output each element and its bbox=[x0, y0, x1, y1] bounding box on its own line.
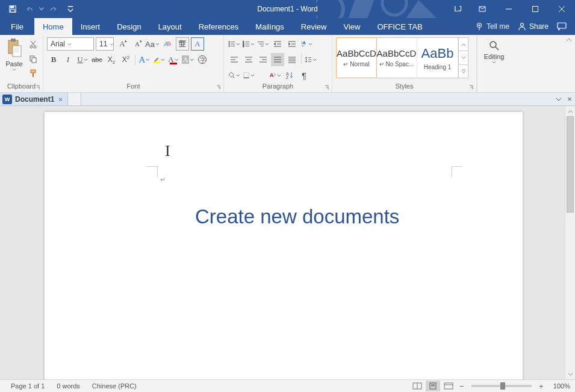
increase-indent-button[interactable] bbox=[285, 37, 299, 51]
tab-view[interactable]: View bbox=[335, 18, 368, 35]
tab-office-tab[interactable]: OFFICE TAB bbox=[368, 18, 430, 35]
multilevel-list-button[interactable] bbox=[256, 37, 270, 51]
sort-button[interactable]: AZ bbox=[283, 69, 296, 82]
page[interactable]: I ↵ Create new documents bbox=[45, 112, 523, 379]
justify-button[interactable] bbox=[271, 53, 284, 66]
editing-button[interactable]: Editing bbox=[481, 37, 507, 64]
tab-layout[interactable]: Layout bbox=[150, 18, 190, 35]
new-tab-button[interactable] bbox=[68, 93, 81, 105]
style-normal[interactable]: AaBbCcD ↵ Normal bbox=[336, 37, 377, 78]
bold-button[interactable]: B bbox=[47, 53, 60, 66]
clear-formatting-button[interactable]: A bbox=[161, 37, 174, 51]
cut-button[interactable] bbox=[27, 39, 39, 51]
align-center-button[interactable] bbox=[242, 53, 255, 66]
read-mode-button[interactable] bbox=[410, 381, 424, 391]
styles-expand[interactable] bbox=[459, 65, 468, 78]
text-effects-button[interactable]: A bbox=[138, 53, 151, 66]
collapse-ribbon-button[interactable] bbox=[565, 36, 573, 43]
character-border-button[interactable]: A bbox=[191, 37, 204, 51]
svg-point-23 bbox=[34, 46, 36, 48]
copy-button[interactable] bbox=[27, 53, 39, 65]
tell-me-search[interactable]: Tell me bbox=[475, 22, 509, 31]
minimize-button[interactable] bbox=[496, 0, 522, 18]
tab-list-dropdown[interactable] bbox=[553, 94, 564, 105]
character-shading-button[interactable]: A bbox=[181, 53, 194, 66]
enclose-characters-button[interactable]: 字 bbox=[196, 53, 209, 66]
document-heading-text[interactable]: Create new documents bbox=[195, 205, 399, 228]
italic-button[interactable]: I bbox=[61, 53, 75, 66]
style-no-spacing[interactable]: AaBbCcD ↵ No Spac... bbox=[376, 38, 417, 78]
page-number-status[interactable]: Page 1 of 1 bbox=[5, 382, 51, 390]
superscript-button[interactable]: X2 bbox=[119, 53, 132, 66]
tab-references[interactable]: References bbox=[190, 18, 247, 35]
print-layout-button[interactable] bbox=[426, 381, 440, 391]
document-viewport[interactable]: I ↵ Create new documents bbox=[0, 106, 565, 379]
vertical-scrollbar[interactable] bbox=[565, 106, 575, 379]
borders-button[interactable] bbox=[242, 69, 255, 82]
scroll-down-button[interactable] bbox=[565, 369, 575, 379]
share-button[interactable]: Share bbox=[518, 22, 549, 31]
undo-dropdown[interactable] bbox=[39, 1, 45, 17]
zoom-slider[interactable] bbox=[471, 385, 532, 387]
font-size-combo[interactable]: 11 bbox=[96, 37, 114, 51]
web-layout-button[interactable] bbox=[441, 381, 456, 391]
asian-layout-button[interactable]: A bbox=[300, 37, 313, 51]
shading-button[interactable] bbox=[228, 69, 241, 82]
font-name-combo[interactable]: Arial bbox=[47, 37, 94, 51]
snap-to-grid-button[interactable]: A bbox=[269, 69, 282, 82]
distributed-button[interactable] bbox=[285, 53, 299, 66]
word-count-status[interactable]: 0 words bbox=[51, 382, 86, 390]
undo-button[interactable] bbox=[22, 1, 37, 17]
bullets-button[interactable] bbox=[228, 37, 241, 51]
font-launcher[interactable] bbox=[215, 84, 222, 91]
paste-dropdown[interactable] bbox=[12, 67, 16, 72]
format-painter-button[interactable] bbox=[27, 67, 39, 79]
tab-file[interactable]: File bbox=[0, 18, 34, 35]
language-status[interactable]: Chinese (PRC) bbox=[86, 382, 143, 390]
close-all-tabs-button[interactable]: × bbox=[564, 94, 575, 105]
show-hide-paragraph-button[interactable]: ¶ bbox=[297, 69, 311, 82]
font-color-button[interactable]: A bbox=[167, 53, 180, 66]
align-right-button[interactable] bbox=[256, 53, 270, 66]
paragraph-launcher[interactable] bbox=[323, 84, 331, 91]
scroll-thumb[interactable] bbox=[567, 116, 574, 213]
paste-button[interactable]: Paste bbox=[4, 37, 25, 72]
change-case-button[interactable]: Aa bbox=[146, 37, 159, 51]
document-tab-active[interactable]: W Document1 × bbox=[0, 93, 68, 105]
tab-mailings[interactable]: Mailings bbox=[247, 18, 293, 35]
numbering-button[interactable]: 123 bbox=[242, 37, 255, 51]
zoom-out-button[interactable]: − bbox=[457, 382, 467, 391]
grow-font-button[interactable]: A▴ bbox=[116, 37, 129, 51]
zoom-slider-thumb[interactable] bbox=[500, 382, 505, 390]
shrink-font-button[interactable]: A▾ bbox=[131, 37, 144, 51]
decrease-indent-button[interactable] bbox=[271, 37, 284, 51]
style-heading-1[interactable]: AaBb Heading 1 bbox=[417, 38, 458, 78]
scroll-up-button[interactable] bbox=[565, 106, 575, 116]
save-button[interactable] bbox=[5, 1, 20, 17]
close-button[interactable] bbox=[549, 0, 575, 18]
tab-insert[interactable]: Insert bbox=[72, 18, 109, 35]
highlight-button[interactable] bbox=[152, 53, 166, 66]
clipboard-launcher[interactable] bbox=[34, 84, 42, 91]
redo-button[interactable] bbox=[46, 1, 61, 17]
tab-home[interactable]: Home bbox=[34, 18, 72, 35]
zoom-level[interactable]: 100% bbox=[547, 382, 570, 390]
phonetic-guide-button[interactable]: abc亜 bbox=[176, 37, 189, 51]
maximize-button[interactable] bbox=[522, 0, 549, 18]
styles-scroll-down[interactable] bbox=[459, 51, 468, 64]
zoom-in-button[interactable]: + bbox=[536, 382, 546, 391]
line-spacing-button[interactable] bbox=[304, 53, 317, 66]
comments-pane-button[interactable] bbox=[557, 22, 567, 31]
qat-customize[interactable] bbox=[63, 1, 78, 17]
styles-launcher[interactable] bbox=[468, 84, 475, 91]
styles-scroll-up[interactable] bbox=[459, 38, 468, 51]
close-tab-button[interactable]: × bbox=[57, 96, 63, 103]
tab-design[interactable]: Design bbox=[108, 18, 149, 35]
strikethrough-button[interactable]: abc bbox=[90, 53, 104, 66]
subscript-button[interactable]: X2 bbox=[105, 53, 118, 66]
tab-review[interactable]: Review bbox=[293, 18, 335, 35]
scroll-track[interactable] bbox=[565, 116, 575, 369]
align-left-button[interactable] bbox=[228, 53, 241, 66]
underline-button[interactable]: U bbox=[76, 53, 89, 66]
ribbon-display-options[interactable] bbox=[469, 0, 496, 18]
